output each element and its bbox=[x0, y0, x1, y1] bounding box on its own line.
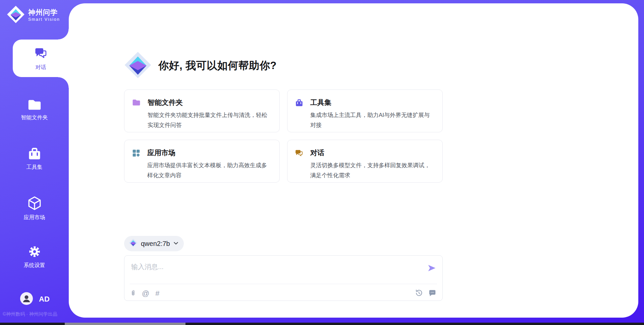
diamond-logo-icon bbox=[129, 238, 138, 249]
at-icon: @ bbox=[142, 290, 149, 297]
brand-logo: 神州问学 Smart Vision bbox=[7, 5, 60, 25]
card-title: 智能文件夹 bbox=[148, 98, 271, 107]
app-name: 神州问学 bbox=[28, 8, 60, 16]
folder-icon bbox=[27, 98, 42, 112]
greeting-title: 你好, 我可以如何帮助你? bbox=[158, 59, 277, 73]
briefcase-icon bbox=[27, 146, 42, 161]
scrollbar-thumb[interactable] bbox=[65, 323, 185, 325]
attach-file-button[interactable] bbox=[130, 288, 136, 298]
main-content: 你好, 我可以如何帮助你? 智能文件夹 智能文件夹功能支持批量文件上传与清洗，轻… bbox=[124, 0, 443, 325]
horizontal-scrollbar[interactable] bbox=[0, 323, 644, 325]
paperclip-icon bbox=[130, 288, 136, 298]
sidebar-item-label: 系统设置 bbox=[24, 262, 45, 269]
gear-icon bbox=[27, 244, 42, 259]
hash-icon: # bbox=[155, 290, 159, 297]
model-selector[interactable]: qwen2:7b bbox=[124, 236, 184, 251]
card-toolset[interactable]: 工具集 集成市场上主流工具，助力AI与外界无缝扩展与对接 bbox=[287, 89, 443, 132]
send-button[interactable] bbox=[426, 263, 437, 274]
folder-icon bbox=[132, 98, 141, 125]
sidebar-item-chat[interactable]: 对话 bbox=[13, 40, 69, 77]
card-description: 应用市场提供丰富长文本模板，助力高效生成多样化文章内容 bbox=[147, 160, 271, 181]
diamond-logo-icon bbox=[7, 5, 25, 25]
card-description: 智能文件夹功能支持批量文件上传与清洗，轻松实现文件问答 bbox=[148, 110, 271, 130]
sidebar-item-toolset[interactable]: 工具集 bbox=[0, 146, 69, 171]
avatar-person-icon bbox=[20, 292, 33, 306]
card-app-market[interactable]: 应用市场 应用市场提供丰富长文本模板，助力高效生成多样化文章内容 bbox=[124, 140, 280, 183]
sidebar: 神州问学 Smart Vision 对话 bbox=[0, 0, 69, 325]
chat-bubbles-icon bbox=[34, 46, 48, 61]
topic-button[interactable]: # bbox=[155, 290, 159, 297]
copyright-text: ©神州数码 · 神州问学出品 bbox=[3, 311, 70, 317]
card-smart-folder[interactable]: 智能文件夹 智能文件夹功能支持批量文件上传与清洗，轻松实现文件问答 bbox=[124, 89, 280, 132]
sidebar-item-smart-folder[interactable]: 智能文件夹 bbox=[0, 98, 69, 121]
model-name: qwen2:7b bbox=[141, 240, 170, 248]
sidebar-item-label: 工具集 bbox=[26, 164, 43, 171]
chevron-down-icon bbox=[173, 241, 178, 247]
sidebar-item-settings[interactable]: 系统设置 bbox=[0, 244, 69, 269]
history-button[interactable] bbox=[415, 289, 423, 298]
tab-fillet-bottom bbox=[58, 77, 69, 88]
cube-icon bbox=[27, 195, 42, 211]
composer-divider bbox=[130, 284, 437, 284]
user-profile[interactable]: AD bbox=[20, 292, 50, 306]
sidebar-item-label: 对话 bbox=[36, 64, 46, 71]
mention-button[interactable]: @ bbox=[142, 290, 149, 297]
sidebar-item-app-market[interactable]: 应用市场 bbox=[0, 195, 69, 221]
history-icon bbox=[415, 289, 423, 298]
card-description: 灵活切换多模型文件，支持多样回复效果调试，满足个性化需求 bbox=[310, 160, 434, 181]
chat-bubbles-icon bbox=[295, 148, 304, 176]
briefcase-icon bbox=[295, 98, 304, 125]
tab-fillet-top bbox=[58, 29, 69, 40]
diamond-logo-icon bbox=[124, 50, 152, 81]
greeting-block: 你好, 我可以如何帮助你? bbox=[124, 50, 277, 81]
card-chat[interactable]: 对话 灵活切换多模型文件，支持多样回复效果调试，满足个性化需求 bbox=[287, 140, 443, 183]
message-input[interactable] bbox=[131, 261, 420, 272]
send-icon bbox=[427, 269, 437, 274]
composer-toolbar: @ # bbox=[130, 288, 436, 298]
feature-cards: 智能文件夹 智能文件夹功能支持批量文件上传与清洗，轻松实现文件问答 工具集 集成… bbox=[124, 89, 443, 183]
app-tagline: Smart Vision bbox=[28, 17, 60, 22]
message-composer: @ # bbox=[124, 255, 443, 301]
apps-grid-icon bbox=[132, 148, 141, 176]
user-name: AD bbox=[39, 295, 50, 304]
app-window: 神州问学 Smart Vision 对话 bbox=[0, 0, 644, 325]
sidebar-item-label: 智能文件夹 bbox=[21, 114, 48, 121]
sidebar-item-label: 应用市场 bbox=[24, 214, 45, 221]
comment-icon bbox=[428, 289, 436, 298]
feedback-button[interactable] bbox=[428, 289, 436, 298]
card-description: 集成市场上主流工具，助力AI与外界无缝扩展与对接 bbox=[310, 110, 434, 130]
card-title: 应用市场 bbox=[147, 148, 271, 157]
card-title: 对话 bbox=[310, 148, 434, 157]
card-title: 工具集 bbox=[310, 98, 434, 107]
